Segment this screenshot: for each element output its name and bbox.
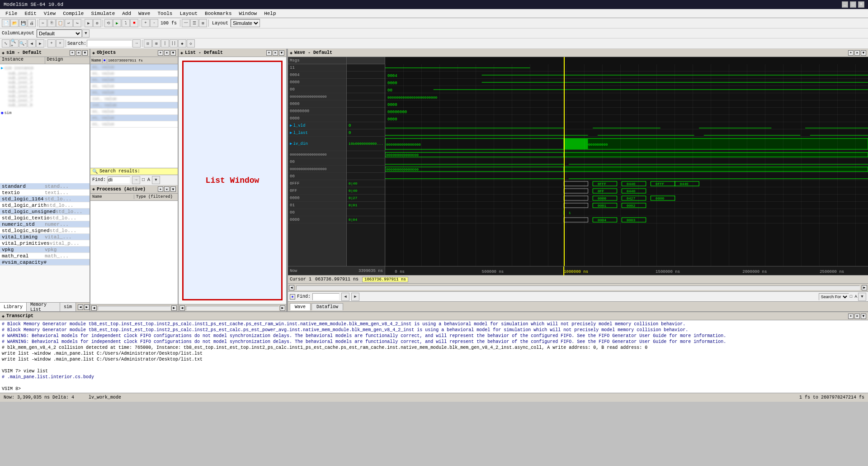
find-input[interactable] [108,176,130,184]
sig-name-0ff[interactable]: 0FF [288,187,346,195]
schematic-button[interactable]: ⊞ [199,19,207,27]
scroll-left[interactable]: ◀ [91,305,97,311]
sig-name-0000c[interactable]: 0000 [288,216,346,223]
marker1[interactable]: ◆ [178,39,186,48]
obj-row[interactable]: es_ value [90,83,178,90]
sim-item[interactable]: sim instance [4,66,33,71]
menu-compile[interactable]: Compile [59,10,87,17]
sig-name-01[interactable]: 01 [288,202,346,209]
lib-item-vpkg[interactable]: vpkgvpkg [0,247,90,253]
menu-tools[interactable]: Tools [154,10,176,17]
lib-item-textio2[interactable]: std_logic_textiostd_lo... [0,215,90,221]
obj-btn1[interactable]: + [158,50,163,56]
wave-zoom-full[interactable]: ⤡ [2,39,10,48]
sig-name-row[interactable]: 00000000 [288,108,346,115]
search-input[interactable] [87,40,132,47]
new-button[interactable]: 📄 [2,19,10,27]
sig-name-row[interactable]: 0000 [288,115,346,122]
search-opts-btn[interactable]: ▼ [858,293,866,301]
wave-scroll-left[interactable]: ◀ [289,285,294,290]
wave-zoom-out[interactable]: 🔍- [19,39,27,48]
zoom-out-button[interactable]: - [150,19,158,27]
compile-button[interactable]: ▶ [85,19,93,27]
wave-button[interactable]: 〰 [182,19,190,27]
obj-row[interactable]: ist_ value [90,102,178,109]
search-go[interactable]: → [132,39,141,48]
copy-button[interactable]: ⎘ [47,19,56,27]
obj-row[interactable]: es_ value [90,90,178,96]
sim-sub-item[interactable]: sub_inst_2 [8,76,89,81]
tab-library[interactable]: Library [0,303,27,311]
proc-btn3[interactable]: ▼ [170,186,176,192]
open-button[interactable]: 📂 [10,19,19,27]
obj-row[interactable]: es_ value [90,115,178,121]
minimize-button[interactable]: _ [842,1,848,8]
maximize-button[interactable]: □ [850,1,856,8]
col-layout-select[interactable]: Default [37,29,82,38]
sim-tree[interactable]: ▶sim instance sub_inst_1 sub_inst_2 sub_… [0,64,90,183]
lib-item-numeric[interactable]: numeric_stdnumer... [0,221,90,228]
sim-sub-item[interactable]: sub_inst_1 [8,71,89,76]
sig-name-0000b[interactable]: 0000 [288,195,346,202]
sig-name-row[interactable]: 0000 [288,79,346,86]
list-scroll-left[interactable]: ◀ [179,305,185,311]
transcript-btn1[interactable]: + [848,314,854,319]
zoom-sel[interactable]: ⊞ [152,39,160,48]
cursor1[interactable]: | [161,39,169,48]
find-button[interactable]: → [132,176,140,184]
wave-zoom-in[interactable]: 🔍+ [10,39,19,48]
list-scroll-right[interactable]: ▶ [280,305,285,311]
sig-name-row[interactable]: 00 [288,173,346,180]
lib-item-arith[interactable]: std_logic_arithstd_lo... [0,202,90,209]
menu-help[interactable]: Help [260,10,279,17]
sig-name-iv-din[interactable]: ▶iv_din [288,137,346,151]
obj-row[interactable]: ist_ value [90,96,178,102]
sim-sub-item[interactable]: sub_inst_5 [8,90,89,94]
obj-btn3[interactable]: ▼ [170,50,176,56]
obj-row[interactable]: es_ value [90,109,178,115]
find-options-btn[interactable]: ▼ [152,176,160,184]
lib-item-std1164[interactable]: std_logic_1164std_lo... [0,196,90,202]
add-wave[interactable]: + [47,39,56,48]
sig-name-row[interactable]: 00000000000000000 [288,93,346,100]
menu-bookmarks[interactable]: Bookmarks [201,10,235,17]
wave-find-input[interactable] [312,293,340,300]
lib-item-vital-timing[interactable]: vital_timingvital_... [0,234,90,240]
sim-panel-btn1[interactable]: + [70,50,75,56]
zoom-fit[interactable]: ⊡ [144,39,152,48]
tab-nav-right[interactable]: ▶ [84,304,90,310]
zoom-in-button[interactable]: + [142,19,150,27]
sig-name-row[interactable]: 0000 [288,100,346,108]
sim-sub-item[interactable]: sub_inst_6 [8,94,89,99]
cut-button[interactable]: ✂ [39,19,47,27]
sig-name-0fff[interactable]: 0FFF [288,180,346,187]
menu-layout[interactable]: Layout [176,10,201,17]
obj-row[interactable]: es_ value [90,64,178,71]
undo-button[interactable]: ↩ [65,19,73,27]
tab-wave[interactable]: Wave [290,303,311,310]
cursor2[interactable]: || [170,39,178,48]
wave-prev[interactable]: ◀ [28,39,36,48]
wave-btn3[interactable]: ▼ [861,50,866,56]
wave-find-next[interactable]: ▶ [351,293,359,301]
list-btn2[interactable]: × [273,50,278,56]
paste-button[interactable]: 📋 [56,19,64,27]
h-scrollbar[interactable] [98,306,170,310]
menu-file[interactable]: File [2,10,21,17]
menu-edit[interactable]: Edit [21,10,40,17]
lib-item-unsigned[interactable]: std_logic_unsignedstd_lo... [0,209,90,215]
delete-wave[interactable]: × [56,39,64,48]
wave-btn2[interactable]: × [854,50,860,56]
sim-item2[interactable]: sim [4,111,11,115]
sim-sub-item[interactable]: sub_inst_8 [8,103,89,108]
obj-row[interactable]: es_ value [90,77,178,83]
list-btn3[interactable]: ▼ [279,50,284,56]
layout-select[interactable]: Simulate [231,19,260,27]
obj-row[interactable]: es_ value [90,71,178,77]
scroll-right[interactable]: ▶ [171,305,177,311]
lib-item-math[interactable]: math_realmath_... [0,253,90,259]
break-button[interactable]: ■ [130,19,138,27]
wave-h-scrollbar[interactable] [296,285,860,290]
sig-name-l-vld[interactable]: ▶l_vld [288,122,346,129]
obj-row[interactable]: es_ value [90,121,178,128]
